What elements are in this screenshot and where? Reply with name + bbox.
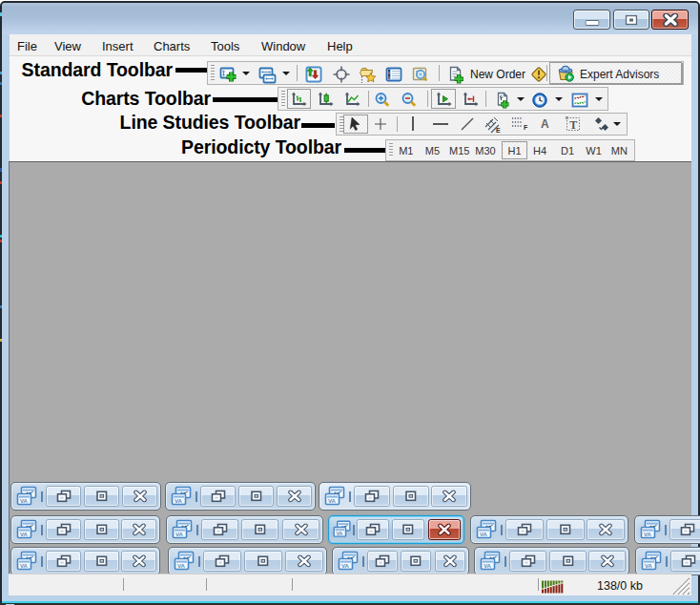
svg-text:VA: VA bbox=[177, 563, 186, 569]
svg-text:E: E bbox=[496, 127, 501, 134]
svg-text:VA: VA bbox=[644, 532, 652, 537]
svg-text:VA: VA bbox=[341, 563, 350, 569]
svg-text:VA: VA bbox=[645, 563, 653, 569]
svg-text:T: T bbox=[569, 118, 577, 132]
svg-text:VA: VA bbox=[480, 532, 488, 537]
svg-text:F: F bbox=[524, 124, 528, 131]
svg-text:VA: VA bbox=[336, 531, 342, 536]
svg-text:VA: VA bbox=[328, 498, 337, 504]
svg-text:VA: VA bbox=[484, 563, 492, 569]
svg-text:VA: VA bbox=[20, 498, 29, 504]
svg-text:VA: VA bbox=[175, 498, 183, 504]
svg-text:VA: VA bbox=[20, 563, 29, 569]
svg-text:VA: VA bbox=[175, 532, 184, 537]
svg-text:VA: VA bbox=[20, 532, 29, 537]
